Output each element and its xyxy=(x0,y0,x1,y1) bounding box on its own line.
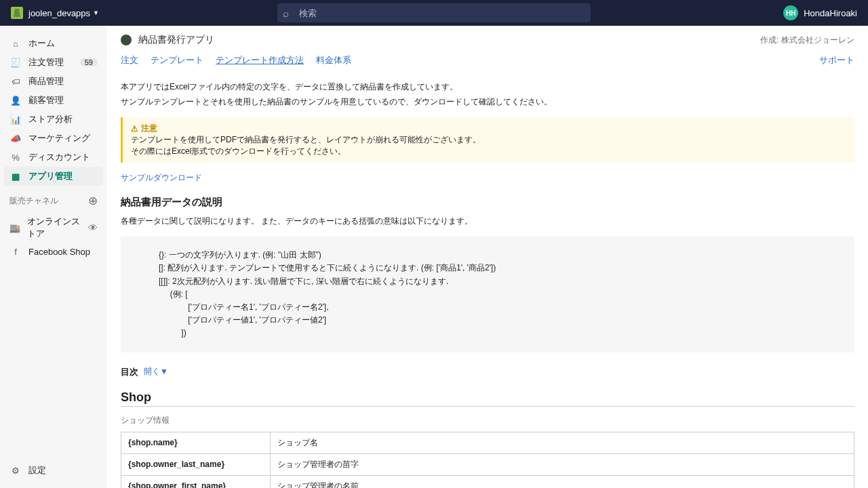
table-row: {shop.owner_last_name}ショップ管理者の苗字 xyxy=(121,453,854,475)
sales-channels-header: 販売チャネル ⊕ xyxy=(0,186,107,212)
sidebar-item-0[interactable]: ⌂ホーム xyxy=(0,34,107,53)
table-key: {shop.owner_last_name} xyxy=(121,453,271,475)
section-shop-heading: Shop xyxy=(121,390,854,407)
tab-template-howto[interactable]: テンプレート作成方法 xyxy=(216,54,304,66)
sidebar-item-6[interactable]: %ディスカウント xyxy=(0,148,107,167)
tab-template[interactable]: テンプレート xyxy=(151,54,203,66)
app-header: 納品書発行アプリ 作成: 株式会社ジョーレン xyxy=(107,26,868,54)
channel-label: オンラインストア xyxy=(27,216,81,240)
channel-icon: 🏬 xyxy=(9,223,20,233)
section-desc: 各種データに関して説明になります。 また、データのキーにある括弧の意味は以下にな… xyxy=(121,216,854,227)
table-key: {shop.owner_first_name} xyxy=(121,475,271,488)
table-row: {shop.owner_first_name}ショップ管理者の名前 xyxy=(121,475,854,488)
sidebar-item-4[interactable]: 📊ストア分析 xyxy=(0,110,107,129)
sidebar-item-2[interactable]: 🏷商品管理 xyxy=(0,72,107,91)
nav-icon: % xyxy=(9,152,22,163)
warning-title: 注意 xyxy=(141,123,157,134)
app-author: 作成: 株式会社ジョーレン xyxy=(760,35,854,46)
sidebar-item-7[interactable]: ▦アプリ管理 xyxy=(4,167,103,186)
warning-line1: テンプレートを使用してPDFで納品書を発行すると、レイアウトが崩れる可能性がござ… xyxy=(131,134,846,146)
tab-pricing[interactable]: 料金体系 xyxy=(316,54,351,66)
warning-icon: ⚠ xyxy=(131,124,138,134)
sidebar-item-label: ストア分析 xyxy=(28,113,73,125)
store-switcher[interactable]: joolen_devapps ▼ xyxy=(28,8,99,18)
sidebar-item-label: ホーム xyxy=(28,37,55,49)
shop-subheading: ショップ情報 xyxy=(121,415,854,426)
table-value: ショップ管理者の名前 xyxy=(271,475,854,488)
avatar[interactable]: HH xyxy=(783,5,798,20)
table-value: ショップ名 xyxy=(271,432,854,453)
app-title: 納品書発行アプリ xyxy=(138,34,214,46)
add-channel-button[interactable]: ⊕ xyxy=(88,194,98,208)
sidebar-item-3[interactable]: 👤顧客管理 xyxy=(0,91,107,110)
nav-icon: 📣 xyxy=(9,134,22,144)
table-row: {shop.name}ショップ名 xyxy=(121,432,854,453)
code-block: {}: 一つの文字列が入ります. (例: "山田 太郎") []: 配列が入りま… xyxy=(121,237,854,352)
toc-row: 目次 開く▼ xyxy=(121,366,854,378)
nav-icon: 👤 xyxy=(9,96,22,106)
sidebar-item-label: ディスカウント xyxy=(28,151,90,163)
nav-icon: 🧾 xyxy=(9,58,22,68)
sidebar-item-label: アプリ管理 xyxy=(28,170,73,182)
nav-icon: ▦ xyxy=(9,171,22,182)
app-icon xyxy=(121,35,132,45)
table-value: ショップ管理者の苗字 xyxy=(271,453,854,475)
gear-icon: ⚙ xyxy=(9,466,22,476)
chevron-down-icon: ▼ xyxy=(93,9,99,16)
sidebar-item-label: 商品管理 xyxy=(28,75,64,87)
sales-channels-label: 販売チャネル xyxy=(9,195,58,207)
search-wrap: ⌕ xyxy=(277,3,591,22)
sidebar-item-1[interactable]: 🧾注文管理59 xyxy=(0,53,107,72)
sidebar-item-label: 設定 xyxy=(28,464,46,476)
shop-table: {shop.name}ショップ名{shop.owner_last_name}ショ… xyxy=(121,432,854,489)
warning-line2: その際にはExcel形式でのダウンロードを行ってください。 xyxy=(131,146,846,157)
support-link[interactable]: サポート xyxy=(819,54,854,66)
tab-orders[interactable]: 注文 xyxy=(121,54,138,66)
sidebar-item-label: 顧客管理 xyxy=(28,94,64,106)
nav-icon: ⌂ xyxy=(9,39,22,49)
sample-download-link[interactable]: サンプルダウンロード xyxy=(121,173,202,182)
intro-line2: サンプルテンプレートとそれを使用した納品書のサンプルを用意しているので、ダウンロ… xyxy=(121,95,854,110)
username-label: HondaHiroaki xyxy=(804,8,857,18)
store-name-label: joolen_devapps xyxy=(28,8,90,18)
intro-line1: 本アプリではExcelファイル内の特定の文字を、データに置換して納品書を作成して… xyxy=(121,80,854,95)
sidebar-item-label: 注文管理 xyxy=(28,56,64,68)
intro-text: 本アプリではExcelファイル内の特定の文字を、データに置換して納品書を作成して… xyxy=(121,80,854,109)
channel-item-1[interactable]: fFacebook Shop xyxy=(0,243,107,260)
eye-icon[interactable]: 👁 xyxy=(88,222,98,233)
badge: 59 xyxy=(80,58,98,66)
sidebar: ⌂ホーム🧾注文管理59🏷商品管理👤顧客管理📊ストア分析📣マーケティング%ディスカ… xyxy=(0,26,107,488)
sidebar-item-5[interactable]: 📣マーケティング xyxy=(0,129,107,148)
channel-icon: f xyxy=(9,247,22,257)
channel-item-0[interactable]: 🏬オンラインストア👁 xyxy=(0,212,107,243)
shopify-logo-icon xyxy=(11,7,23,19)
nav-icon: 🏷 xyxy=(9,77,22,87)
channel-label: Facebook Shop xyxy=(28,247,90,257)
sidebar-item-settings[interactable]: ⚙ 設定 xyxy=(0,461,107,480)
section-title-data: 納品書用データの説明 xyxy=(121,196,854,209)
nav-icon: 📊 xyxy=(9,115,22,125)
toc-open-link[interactable]: 開く▼ xyxy=(144,366,168,378)
table-key: {shop.name} xyxy=(121,432,271,453)
topbar: joolen_devapps ▼ ⌕ HH HondaHiroaki xyxy=(0,0,868,26)
main-content: 納品書発行アプリ 作成: 株式会社ジョーレン 注文 テンプレート テンプレート作… xyxy=(107,26,868,488)
search-icon: ⌕ xyxy=(283,7,289,19)
search-input[interactable] xyxy=(277,3,591,22)
sidebar-item-label: マーケティング xyxy=(28,132,90,144)
tabs: 注文 テンプレート テンプレート作成方法 料金体系 サポート xyxy=(107,54,868,72)
warning-banner: ⚠注意 テンプレートを使用してPDFで納品書を発行すると、レイアウトが崩れる可能… xyxy=(121,117,854,163)
toc-label: 目次 xyxy=(121,366,138,378)
